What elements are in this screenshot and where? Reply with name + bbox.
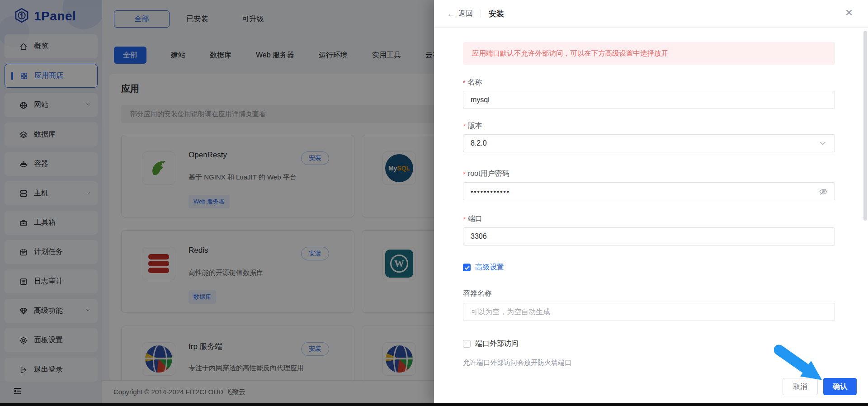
confirm-button[interactable]: 确认: [823, 378, 857, 395]
cancel-button[interactable]: 取消: [783, 378, 818, 395]
drawer-scrollbar[interactable]: [863, 31, 867, 221]
port-external-checkbox[interactable]: 端口外部访问: [463, 339, 835, 349]
password-input[interactable]: [463, 183, 835, 200]
install-drawer: ← 返回 安装 × 应用端口默认不允许外部访问，可以在下方高级设置中选择放开 名…: [434, 0, 868, 403]
checkbox-unchecked-icon[interactable]: [463, 340, 471, 348]
port-external-label[interactable]: 端口外部访问: [475, 339, 519, 349]
advanced-settings-label[interactable]: 高级设置: [475, 263, 504, 272]
chevron-down-icon[interactable]: [818, 139, 828, 149]
screen-bottom-strip: [0, 403, 868, 406]
port-external-helper: 允许端口外部访问会放开防火墙端口: [463, 359, 835, 367]
drawer-body: 应用端口默认不允许外部访问，可以在下方高级设置中选择放开 名称 版本 root用…: [434, 28, 868, 371]
version-select[interactable]: [463, 134, 835, 152]
root-password-label: root用户密码: [463, 169, 835, 179]
back-button[interactable]: ← 返回: [447, 9, 473, 19]
port-input[interactable]: [463, 228, 835, 245]
drawer-header: ← 返回 安装 ×: [434, 0, 868, 28]
close-icon[interactable]: ×: [845, 6, 853, 19]
header-divider: [481, 9, 481, 18]
port-warning-alert: 应用端口默认不允许外部访问，可以在下方高级设置中选择放开: [463, 42, 835, 65]
name-field-wrap: [463, 91, 835, 109]
container-name-label: 容器名称: [463, 288, 835, 298]
version-label: 版本: [463, 121, 835, 131]
drawer-footer: 取消 确认: [434, 371, 868, 403]
port-field-wrap: [463, 227, 835, 245]
port-label: 端口: [463, 214, 835, 224]
advanced-settings-checkbox[interactable]: 高级设置: [463, 263, 835, 272]
eye-off-icon[interactable]: [818, 187, 828, 197]
checkbox-checked-icon[interactable]: [463, 264, 471, 271]
drawer-title: 安装: [489, 9, 504, 19]
container-name-field-wrap: [463, 303, 835, 321]
back-arrow-icon: ←: [447, 9, 455, 18]
back-label: 返回: [458, 9, 473, 19]
name-input[interactable]: [463, 91, 835, 109]
container-name-input[interactable]: [463, 303, 835, 321]
password-field-wrap: [463, 182, 835, 200]
version-value[interactable]: [463, 135, 835, 152]
name-label: 名称: [463, 77, 835, 87]
